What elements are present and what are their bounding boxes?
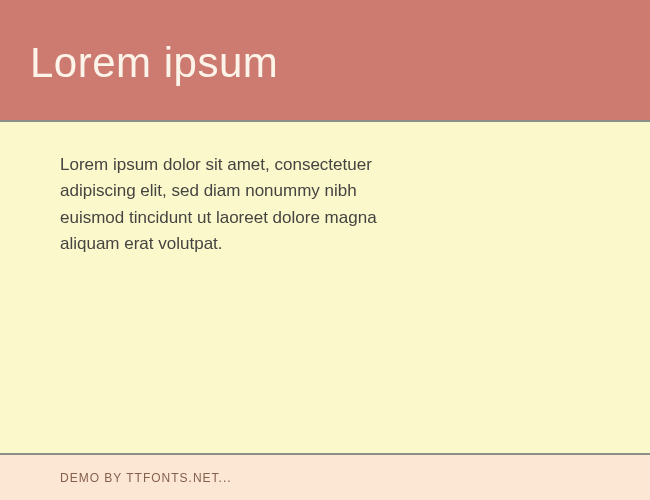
header-banner: Lorem ipsum [0, 0, 650, 120]
footer: DEMO BY TTFONTS.NET... [0, 455, 650, 500]
body-paragraph: Lorem ipsum dolor sit amet, consectetuer… [60, 152, 400, 257]
page-title: Lorem ipsum [30, 39, 278, 87]
footer-text: DEMO BY TTFONTS.NET... [60, 471, 232, 485]
body-section: Lorem ipsum dolor sit amet, consectetuer… [0, 122, 650, 453]
